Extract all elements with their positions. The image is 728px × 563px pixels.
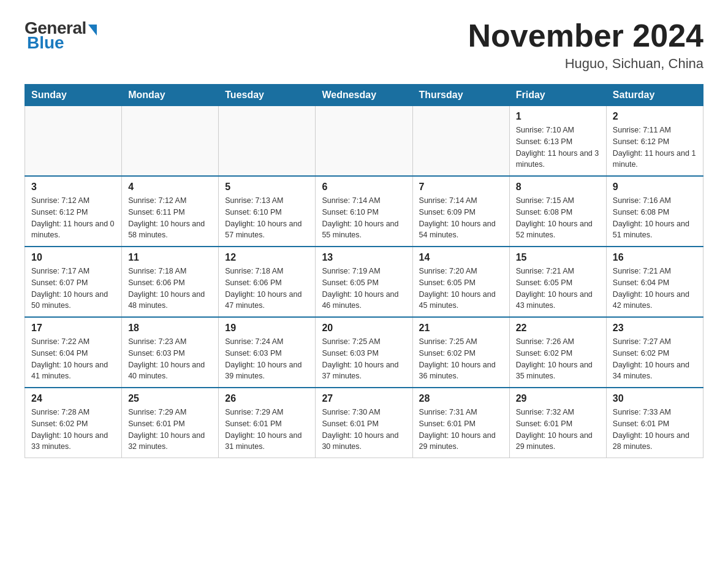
day-info: Sunrise: 7:32 AM Sunset: 6:01 PM Dayligh…: [516, 407, 600, 453]
table-row: 27Sunrise: 7:30 AM Sunset: 6:01 PM Dayli…: [316, 388, 412, 458]
day-info: Sunrise: 7:24 AM Sunset: 6:03 PM Dayligh…: [225, 336, 309, 382]
day-info: Sunrise: 7:22 AM Sunset: 6:04 PM Dayligh…: [31, 336, 115, 382]
day-info: Sunrise: 7:33 AM Sunset: 6:01 PM Dayligh…: [613, 407, 697, 453]
calendar-week-row: 3Sunrise: 7:12 AM Sunset: 6:12 PM Daylig…: [25, 176, 703, 247]
day-info: Sunrise: 7:23 AM Sunset: 6:03 PM Dayligh…: [128, 336, 212, 382]
day-number: 28: [419, 393, 503, 404]
header-monday: Monday: [122, 85, 219, 106]
day-number: 4: [128, 182, 212, 193]
month-title: November 2024: [468, 18, 703, 53]
table-row: 29Sunrise: 7:32 AM Sunset: 6:01 PM Dayli…: [509, 388, 606, 458]
table-row: 4Sunrise: 7:12 AM Sunset: 6:11 PM Daylig…: [122, 176, 219, 247]
table-row: 6Sunrise: 7:14 AM Sunset: 6:10 PM Daylig…: [316, 176, 412, 247]
day-number: 1: [516, 111, 600, 122]
table-row: 25Sunrise: 7:29 AM Sunset: 6:01 PM Dayli…: [122, 388, 219, 458]
calendar-body: 1Sunrise: 7:10 AM Sunset: 6:13 PM Daylig…: [25, 106, 703, 458]
table-row: [122, 106, 219, 177]
day-number: 3: [31, 182, 115, 193]
day-number: 5: [225, 182, 309, 193]
day-info: Sunrise: 7:18 AM Sunset: 6:06 PM Dayligh…: [128, 266, 212, 312]
day-info: Sunrise: 7:18 AM Sunset: 6:06 PM Dayligh…: [225, 266, 309, 312]
day-info: Sunrise: 7:29 AM Sunset: 6:01 PM Dayligh…: [225, 407, 309, 453]
calendar-table: Sunday Monday Tuesday Wednesday Thursday…: [25, 84, 703, 458]
day-number: 20: [322, 323, 406, 334]
day-number: 9: [613, 182, 697, 193]
table-row: 20Sunrise: 7:25 AM Sunset: 6:03 PM Dayli…: [316, 317, 412, 388]
day-number: 18: [128, 323, 212, 334]
calendar-week-row: 1Sunrise: 7:10 AM Sunset: 6:13 PM Daylig…: [25, 106, 703, 177]
day-number: 30: [613, 393, 697, 404]
weekday-header-row: Sunday Monday Tuesday Wednesday Thursday…: [25, 85, 703, 106]
table-row: 13Sunrise: 7:19 AM Sunset: 6:05 PM Dayli…: [316, 247, 412, 317]
header-saturday: Saturday: [606, 85, 703, 106]
day-info: Sunrise: 7:28 AM Sunset: 6:02 PM Dayligh…: [31, 407, 115, 453]
day-number: 2: [613, 111, 697, 122]
table-row: 3Sunrise: 7:12 AM Sunset: 6:12 PM Daylig…: [25, 176, 122, 247]
location-subtitle: Huguo, Sichuan, China: [468, 56, 703, 72]
table-row: 22Sunrise: 7:26 AM Sunset: 6:02 PM Dayli…: [509, 317, 606, 388]
day-info: Sunrise: 7:20 AM Sunset: 6:05 PM Dayligh…: [419, 266, 503, 312]
header-wednesday: Wednesday: [316, 85, 412, 106]
day-info: Sunrise: 7:15 AM Sunset: 6:08 PM Dayligh…: [516, 195, 600, 241]
header: General Blue November 2024 Huguo, Sichua…: [25, 18, 703, 72]
table-row: 7Sunrise: 7:14 AM Sunset: 6:09 PM Daylig…: [412, 176, 509, 247]
day-info: Sunrise: 7:26 AM Sunset: 6:02 PM Dayligh…: [516, 336, 600, 382]
table-row: 14Sunrise: 7:20 AM Sunset: 6:05 PM Dayli…: [412, 247, 509, 317]
day-info: Sunrise: 7:29 AM Sunset: 6:01 PM Dayligh…: [128, 407, 212, 453]
table-row: 17Sunrise: 7:22 AM Sunset: 6:04 PM Dayli…: [25, 317, 122, 388]
day-info: Sunrise: 7:25 AM Sunset: 6:03 PM Dayligh…: [322, 336, 406, 382]
table-row: 16Sunrise: 7:21 AM Sunset: 6:04 PM Dayli…: [606, 247, 703, 317]
day-number: 13: [322, 252, 406, 263]
header-sunday: Sunday: [25, 85, 122, 106]
table-row: 8Sunrise: 7:15 AM Sunset: 6:08 PM Daylig…: [509, 176, 606, 247]
day-number: 25: [128, 393, 212, 404]
logo-arrow-icon: [88, 25, 97, 36]
day-number: 15: [516, 252, 600, 263]
table-row: 26Sunrise: 7:29 AM Sunset: 6:01 PM Dayli…: [219, 388, 316, 458]
day-number: 11: [128, 252, 212, 263]
day-info: Sunrise: 7:31 AM Sunset: 6:01 PM Dayligh…: [419, 407, 503, 453]
table-row: 2Sunrise: 7:11 AM Sunset: 6:12 PM Daylig…: [606, 106, 703, 177]
day-info: Sunrise: 7:19 AM Sunset: 6:05 PM Dayligh…: [322, 266, 406, 312]
header-tuesday: Tuesday: [219, 85, 316, 106]
logo-blue-text: Blue: [27, 33, 64, 53]
day-number: 17: [31, 323, 115, 334]
day-info: Sunrise: 7:12 AM Sunset: 6:11 PM Dayligh…: [128, 195, 212, 241]
day-info: Sunrise: 7:12 AM Sunset: 6:12 PM Dayligh…: [31, 195, 115, 241]
table-row: 21Sunrise: 7:25 AM Sunset: 6:02 PM Dayli…: [412, 317, 509, 388]
day-info: Sunrise: 7:14 AM Sunset: 6:09 PM Dayligh…: [419, 195, 503, 241]
header-friday: Friday: [509, 85, 606, 106]
day-number: 22: [516, 323, 600, 334]
table-row: 24Sunrise: 7:28 AM Sunset: 6:02 PM Dayli…: [25, 388, 122, 458]
day-number: 10: [31, 252, 115, 263]
logo: General Blue: [25, 18, 97, 53]
day-info: Sunrise: 7:13 AM Sunset: 6:10 PM Dayligh…: [225, 195, 309, 241]
day-info: Sunrise: 7:30 AM Sunset: 6:01 PM Dayligh…: [322, 407, 406, 453]
day-number: 19: [225, 323, 309, 334]
table-row: 30Sunrise: 7:33 AM Sunset: 6:01 PM Dayli…: [606, 388, 703, 458]
calendar-week-row: 24Sunrise: 7:28 AM Sunset: 6:02 PM Dayli…: [25, 388, 703, 458]
calendar-header: Sunday Monday Tuesday Wednesday Thursday…: [25, 85, 703, 106]
day-number: 29: [516, 393, 600, 404]
day-number: 8: [516, 182, 600, 193]
table-row: 10Sunrise: 7:17 AM Sunset: 6:07 PM Dayli…: [25, 247, 122, 317]
table-row: 11Sunrise: 7:18 AM Sunset: 6:06 PM Dayli…: [122, 247, 219, 317]
day-number: 6: [322, 182, 406, 193]
table-row: [316, 106, 412, 177]
day-number: 24: [31, 393, 115, 404]
day-number: 7: [419, 182, 503, 193]
day-info: Sunrise: 7:27 AM Sunset: 6:02 PM Dayligh…: [613, 336, 697, 382]
table-row: 5Sunrise: 7:13 AM Sunset: 6:10 PM Daylig…: [219, 176, 316, 247]
day-number: 16: [613, 252, 697, 263]
day-info: Sunrise: 7:10 AM Sunset: 6:13 PM Dayligh…: [516, 124, 600, 170]
day-info: Sunrise: 7:21 AM Sunset: 6:04 PM Dayligh…: [613, 266, 697, 312]
day-number: 23: [613, 323, 697, 334]
calendar-week-row: 17Sunrise: 7:22 AM Sunset: 6:04 PM Dayli…: [25, 317, 703, 388]
title-section: November 2024 Huguo, Sichuan, China: [468, 18, 703, 72]
day-info: Sunrise: 7:16 AM Sunset: 6:08 PM Dayligh…: [613, 195, 697, 241]
table-row: 28Sunrise: 7:31 AM Sunset: 6:01 PM Dayli…: [412, 388, 509, 458]
table-row: [219, 106, 316, 177]
table-row: 12Sunrise: 7:18 AM Sunset: 6:06 PM Dayli…: [219, 247, 316, 317]
day-number: 14: [419, 252, 503, 263]
day-info: Sunrise: 7:25 AM Sunset: 6:02 PM Dayligh…: [419, 336, 503, 382]
